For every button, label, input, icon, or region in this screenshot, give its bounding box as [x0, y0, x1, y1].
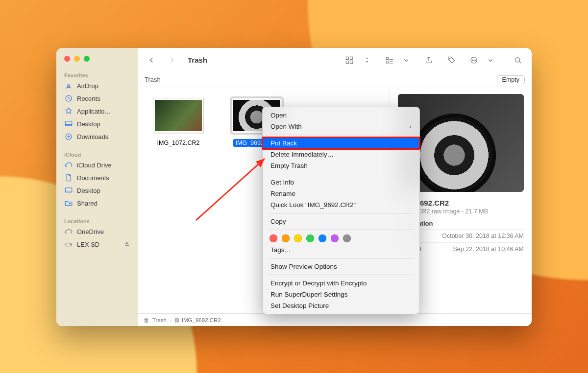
- clock-icon: [64, 94, 73, 103]
- menu-item[interactable]: Open With›: [263, 121, 419, 132]
- desktop-icon: [64, 186, 73, 195]
- eject-icon[interactable]: [124, 241, 130, 248]
- minimize-window-button[interactable]: [74, 56, 80, 62]
- zoom-window-button[interactable]: [84, 56, 90, 62]
- airdrop-icon: [64, 81, 73, 90]
- share-button[interactable]: [422, 53, 436, 67]
- document-icon: [64, 173, 73, 182]
- menu-item[interactable]: Empty Trash: [263, 160, 419, 171]
- menu-item-label: Quick Look “IMG_9692.CR2”: [270, 201, 356, 209]
- file-name-label[interactable]: IMG_1072.CR2: [155, 139, 202, 147]
- menu-item[interactable]: Set Desktop Picture: [263, 300, 419, 311]
- cloud-icon: [64, 161, 73, 169]
- toolbar: Trash: [138, 48, 532, 72]
- trash-icon: 🗑: [144, 317, 149, 323]
- menu-item-label: Rename: [270, 190, 295, 197]
- menu-item[interactable]: Get Info: [263, 177, 419, 188]
- menu-item-label: Get Info: [270, 179, 294, 186]
- tag-color-dot[interactable]: [343, 234, 351, 242]
- file-icon: ▧: [174, 317, 179, 323]
- menu-item[interactable]: Quick Look “IMG_9692.CR2”: [263, 199, 419, 210]
- sidebar-item-shared[interactable]: Shared: [61, 197, 133, 210]
- group-button[interactable]: [383, 53, 396, 67]
- tag-color-dot[interactable]: [331, 234, 339, 242]
- back-button[interactable]: [145, 53, 158, 67]
- applications-icon: [64, 107, 73, 116]
- svg-rect-12: [386, 57, 389, 60]
- svg-point-17: [473, 60, 474, 61]
- file-thumbnail[interactable]: [153, 98, 204, 133]
- sidebar-item-documents[interactable]: Documents: [61, 171, 133, 184]
- menu-item-label: Run SuperDuper! Settings: [270, 291, 348, 298]
- svg-rect-2: [65, 121, 72, 126]
- search-button[interactable]: [511, 53, 525, 67]
- svg-rect-11: [350, 61, 353, 63]
- forward-button[interactable]: [165, 53, 179, 67]
- menu-item[interactable]: Rename: [263, 188, 419, 199]
- svg-point-7: [70, 244, 71, 245]
- menu-item[interactable]: Tags…: [263, 244, 419, 256]
- menu-tag-colors[interactable]: [263, 233, 419, 244]
- menu-separator: [268, 275, 415, 275]
- svg-rect-9: [350, 57, 353, 59]
- menu-separator: [268, 213, 415, 213]
- tag-color-dot[interactable]: [318, 234, 326, 242]
- menu-separator: [268, 258, 415, 258]
- sidebar-item-applications[interactable]: Applicatio…: [61, 105, 133, 117]
- tag-color-dot[interactable]: [282, 234, 290, 242]
- disk-icon: [64, 240, 73, 249]
- menu-item-label: Set Desktop Picture: [270, 302, 329, 309]
- svg-point-16: [472, 60, 473, 61]
- svg-point-19: [515, 57, 520, 62]
- location-label: Trash: [145, 76, 161, 83]
- path-bar[interactable]: 🗑 Trash › ▧ IMG_9692.CR2: [138, 313, 532, 326]
- sidebar-item-recents[interactable]: Recents: [61, 92, 133, 105]
- sidebar-item-airdrop[interactable]: AirDrop: [61, 79, 133, 92]
- tag-color-dot[interactable]: [294, 234, 302, 242]
- tag-color-dot[interactable]: [306, 234, 314, 242]
- sidebar-heading-icloud: iCloud: [61, 150, 133, 159]
- svg-point-5: [69, 203, 70, 204]
- downloads-icon: [64, 132, 73, 141]
- file-item[interactable]: IMG_1072.CR2: [147, 98, 210, 147]
- svg-rect-13: [386, 61, 389, 63]
- action-button[interactable]: [467, 53, 481, 67]
- svg-point-14: [449, 58, 450, 59]
- location-bar: Trash Empty: [138, 72, 532, 87]
- svg-point-18: [475, 60, 476, 61]
- sidebar-item-downloads[interactable]: Downloads: [61, 130, 133, 143]
- menu-item[interactable]: Delete Immediately…: [263, 149, 419, 160]
- view-mode-stepper-icon[interactable]: [360, 53, 374, 67]
- view-mode-button[interactable]: [343, 53, 356, 67]
- tags-button[interactable]: [444, 53, 458, 67]
- menu-item[interactable]: Show Preview Options: [263, 261, 419, 272]
- desktop-icon: [64, 119, 73, 128]
- sidebar-item-icloud-drive[interactable]: iCloud Drive: [61, 159, 133, 171]
- window-controls: [61, 55, 133, 70]
- chevron-down-icon[interactable]: [399, 53, 413, 67]
- path-segment[interactable]: Trash: [152, 317, 167, 323]
- menu-item[interactable]: Open: [263, 110, 419, 121]
- empty-trash-button[interactable]: Empty: [497, 75, 525, 84]
- menu-item[interactable]: Copy: [263, 216, 419, 227]
- sidebar-item-onedrive[interactable]: OneDrive: [61, 225, 133, 238]
- sidebar-item-icloud-desktop[interactable]: Desktop: [61, 184, 133, 197]
- close-window-button[interactable]: [64, 56, 70, 62]
- svg-rect-10: [346, 61, 348, 63]
- chevron-down-icon[interactable]: [484, 53, 497, 67]
- cloud-icon: [64, 227, 73, 236]
- tag-color-dot[interactable]: [270, 234, 277, 242]
- sidebar: Favorites AirDrop Recents Applicatio… De…: [56, 48, 138, 326]
- sidebar-item-external-disk[interactable]: LEX SD: [61, 238, 133, 251]
- window-title: Trash: [188, 56, 207, 64]
- sidebar-item-desktop[interactable]: Desktop: [61, 117, 133, 130]
- menu-item[interactable]: Run SuperDuper! Settings: [263, 289, 419, 300]
- menu-item-label: Copy: [270, 218, 286, 225]
- menu-item[interactable]: Put Back: [263, 138, 419, 149]
- menu-item-label: Tags…: [270, 246, 291, 254]
- menu-separator: [268, 230, 415, 230]
- sidebar-heading-locations: Locations: [61, 216, 133, 225]
- menu-item[interactable]: Encrypt or Decrypt with Encrypto: [263, 278, 419, 289]
- sidebar-heading-favorites: Favorites: [61, 70, 133, 79]
- path-segment[interactable]: IMG_9692.CR2: [182, 317, 221, 323]
